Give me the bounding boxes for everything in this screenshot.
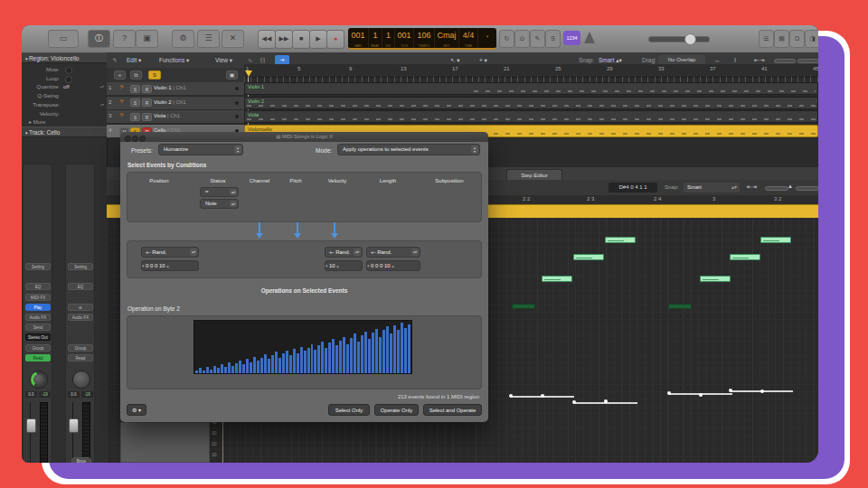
cut-tool-button[interactable]: ✕: [222, 30, 244, 48]
lcd-field-div[interactable]: 1DIV: [382, 28, 395, 48]
rewind-button[interactable]: ◀◀: [258, 30, 276, 49]
minimize-button[interactable]: [132, 136, 138, 142]
smart-controls-button[interactable]: ☰: [197, 30, 220, 48]
status-operator-select[interactable]: =▴▾: [200, 187, 239, 197]
operation-value-2[interactable]: ▾ 0 0 0 10 ▴: [366, 260, 420, 271]
strip-slot-eq[interactable]: EQ: [68, 283, 93, 290]
lcd-chevron-icon[interactable]: ▾: [478, 28, 496, 48]
region-param-velocity[interactable]: Velocity:: [22, 109, 107, 118]
strip-slot-read[interactable]: Read: [25, 354, 51, 361]
browsers-button[interactable]: ◨: [805, 30, 818, 48]
volume-slider[interactable]: [648, 36, 710, 42]
track-row-violin-2[interactable]: 2𝄢SRViolin 2 | Ch1: [107, 97, 244, 110]
lcd-field-beat[interactable]: 1BEAT: [369, 28, 382, 48]
cycle-button[interactable]: ↻: [499, 30, 514, 48]
operation-select-0[interactable]: +- Rand.▴▾: [141, 247, 199, 258]
automation-node[interactable]: [729, 389, 732, 392]
region-param-loop[interactable]: Loop:: [22, 74, 107, 83]
strip-slot-⊕[interactable]: ⊕: [68, 304, 93, 311]
settings-button[interactable]: ⚙: [172, 30, 194, 48]
strip-slot-audio-fx[interactable]: Audio FX: [68, 314, 93, 321]
operate-only-button[interactable]: Operate Only: [374, 404, 419, 416]
track-panel-button[interactable]: ▣: [226, 70, 238, 80]
automation-node[interactable]: [667, 391, 671, 395]
increment-icon[interactable]: ▴: [336, 263, 339, 268]
menu-edit[interactable]: Edit ▾: [127, 52, 141, 68]
lcd-field-tempo[interactable]: 106TEMPO: [414, 28, 435, 48]
menu-functions[interactable]: Functions ▾: [159, 52, 189, 68]
automation-node[interactable]: [699, 393, 703, 397]
track-row-viola[interactable]: 3𝄢SRViola | Ch1: [107, 110, 244, 124]
track-inspector-header[interactable]: ▾ Track: Cello: [22, 127, 107, 137]
lcd-field-key[interactable]: CmajKEY: [435, 28, 459, 48]
midi-note[interactable]: [573, 254, 604, 260]
select-only-button[interactable]: Select Only: [328, 404, 370, 416]
lcd-display[interactable]: 001BAR1BEAT1DIV001TICK106TEMPOCmajKEY4/4…: [348, 28, 496, 50]
list-editors-button[interactable]: ☰: [759, 30, 774, 48]
mode-select[interactable]: Apply operations to selected events ▴▾: [337, 144, 480, 155]
strip-slot-midi-fx[interactable]: MIDI FX: [25, 294, 51, 301]
record-button[interactable]: ●: [326, 30, 344, 49]
note-pads-button[interactable]: ▤: [774, 30, 789, 48]
duplicate-track-button[interactable]: ⧉: [130, 70, 142, 80]
velocity-histogram[interactable]: [193, 320, 412, 374]
automation-node[interactable]: [604, 399, 608, 403]
volume-fader[interactable]: [26, 402, 34, 463]
midi-note[interactable]: [730, 254, 760, 260]
add-track-button[interactable]: +: [114, 70, 126, 80]
increment-icon[interactable]: ▴: [392, 263, 394, 268]
midi-note[interactable]: [700, 276, 731, 282]
bounce-button[interactable]: Bnce: [71, 457, 91, 463]
automation-node[interactable]: [760, 389, 764, 393]
increment-icon[interactable]: ▴: [166, 263, 169, 268]
fader-handle[interactable]: [69, 418, 79, 433]
play-button[interactable]: ▶: [309, 30, 327, 49]
volume-slider-knob[interactable]: [684, 33, 696, 45]
strip-slot-audio-fx[interactable]: Audio FX: [25, 314, 51, 321]
stepper-icon[interactable]: ▴▾: [100, 82, 104, 91]
midi-note-muted[interactable]: [668, 304, 692, 309]
region-viola[interactable]: Viola: [244, 110, 818, 123]
operation-value-0[interactable]: ▾ 0 0 0 10 ▴: [141, 260, 199, 271]
track-record-button[interactable]: R: [142, 113, 152, 121]
presets-select[interactable]: Humanize ▴▾: [158, 144, 243, 155]
region-param-transpose[interactable]: Transpose:▴▾: [22, 100, 107, 109]
region-inspector-header[interactable]: ▾ Region: Violoncello: [22, 52, 107, 63]
dialog-titlebar[interactable]: ▤ MIDI Strings in Logic X: [120, 132, 488, 142]
editor-snap-select[interactable]: Smart ▴▾: [684, 183, 740, 192]
strip-slot-group[interactable]: Group: [25, 344, 51, 352]
count-in-badge[interactable]: 1234: [563, 31, 580, 45]
operation-select-1[interactable]: +- Rand.▴▾: [325, 247, 363, 258]
display-toggle-button[interactable]: ▭: [48, 30, 79, 48]
region-param-q-swing[interactable]: Q-Swing:: [22, 91, 107, 100]
strip-slot-send[interactable]: Send: [25, 324, 51, 331]
track-solo-button[interactable]: S: [130, 85, 140, 93]
track-row-violin-1[interactable]: 1𝄢SRViolin 1 | Ch1: [107, 82, 244, 96]
master-solo-button[interactable]: S: [148, 70, 161, 80]
region-param-quantize[interactable]: Quantize:off▴▾: [22, 82, 107, 91]
automation-node[interactable]: [541, 394, 544, 398]
region-param-more[interactable]: ▸ More: [22, 117, 107, 127]
operation-select-2[interactable]: +- Rand.▴▾: [366, 247, 420, 258]
track-solo-button[interactable]: S: [130, 113, 140, 121]
lcd-field-bar[interactable]: 001BAR: [348, 28, 369, 48]
status-value-select[interactable]: Note▴▾: [200, 199, 239, 209]
dialog-gear-button[interactable]: ⚙ ▾: [127, 404, 146, 416]
select-and-operate-button[interactable]: Select and Operate: [423, 404, 482, 416]
automation-node[interactable]: [572, 400, 576, 404]
close-button[interactable]: [125, 136, 131, 142]
editor-vzoom-slider[interactable]: [765, 186, 788, 191]
strip-slot-read[interactable]: Read: [68, 354, 93, 361]
stepper-icon[interactable]: ▴▾: [100, 100, 104, 109]
editor-hzoom-slider[interactable]: [796, 186, 818, 191]
vzoom-slider[interactable]: [774, 59, 796, 63]
region-param-mute[interactable]: Mute:: [22, 65, 107, 74]
toolbar-button[interactable]: ▣: [136, 30, 158, 48]
volume-fader[interactable]: [69, 402, 77, 463]
strip-slot-setting[interactable]: Setting: [68, 263, 93, 270]
strip-slot-setting[interactable]: Setting: [25, 263, 51, 270]
stop-button[interactable]: ■: [292, 30, 310, 49]
hzoom-slider[interactable]: [797, 59, 818, 63]
solo-mode-button[interactable]: S: [545, 30, 561, 48]
midi-note[interactable]: [760, 237, 791, 243]
